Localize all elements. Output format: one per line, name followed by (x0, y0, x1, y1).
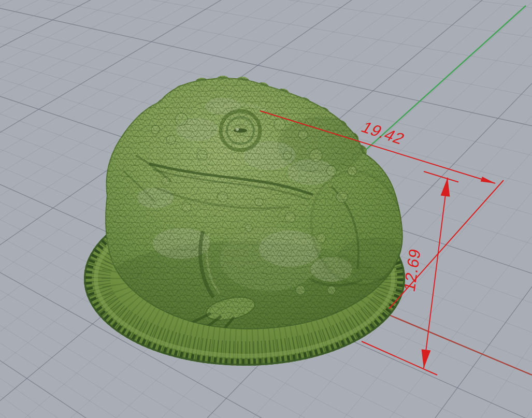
x-axis-line (383, 312, 532, 375)
dim-width-arrowhead (481, 177, 495, 183)
dim-height-top-witness-line (424, 171, 458, 182)
dim-height-bottom-arrowhead (422, 349, 431, 368)
toad-mesh-model[interactable] (78, 62, 430, 366)
perspective-viewport[interactable]: 19.42 12.69 (0, 0, 532, 418)
dim-height-label: 12.69 (400, 246, 424, 293)
dim-height-line (424, 178, 448, 368)
viewport-canvas[interactable]: 19.42 12.69 (0, 0, 532, 418)
dim-height-top-arrowhead (441, 178, 450, 197)
